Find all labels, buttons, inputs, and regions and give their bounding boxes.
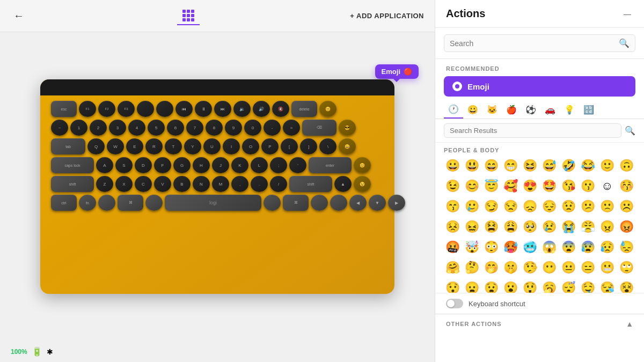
emoji-cell[interactable]: 😟 — [559, 198, 577, 215]
emoji-cell[interactable]: 🥰 — [502, 178, 520, 194]
emoji-cell[interactable]: 😞 — [521, 198, 539, 215]
key-up[interactable]: ▲ — [334, 176, 352, 192]
key-period[interactable]: . — [251, 176, 268, 192]
emoji-cell[interactable]: 🥵 — [502, 239, 520, 255]
emoji-cell[interactable]: 😵 — [617, 280, 635, 293]
key-9[interactable]: 9 — [225, 120, 242, 136]
key-f9[interactable]: 🔉 — [233, 101, 251, 117]
key-f7[interactable]: ⏸ — [195, 101, 212, 117]
emoji-tab-sports[interactable]: ⚽ — [521, 101, 540, 119]
key-f1[interactable]: F1 — [79, 101, 96, 117]
key-j[interactable]: J — [212, 157, 229, 173]
key-extra2[interactable]: 😎 — [339, 120, 356, 136]
key-backslash[interactable]: \ — [319, 138, 336, 154]
emoji-cell[interactable]: 🤩 — [540, 178, 559, 194]
key-cmd-r[interactable]: ⌘ — [283, 195, 309, 211]
key-t[interactable]: T — [165, 138, 182, 154]
emoji-cell[interactable]: 😩 — [502, 219, 520, 235]
emoji-search-input[interactable] — [444, 123, 621, 138]
emoji-cell[interactable]: 🥺 — [521, 219, 539, 235]
emoji-cell[interactable]: 😊 — [463, 178, 481, 194]
emoji-cell[interactable]: 🙃 — [617, 158, 635, 174]
emoji-cell[interactable]: 😮 — [502, 280, 520, 293]
emoji-cell[interactable]: 😗 — [579, 178, 597, 194]
emoji-cell[interactable]: 😶 — [540, 260, 559, 276]
emoji-cell[interactable]: 😕 — [579, 198, 597, 215]
key-esc[interactable]: esc — [51, 101, 77, 117]
emoji-cell[interactable]: 😂 — [579, 158, 597, 174]
key-f6[interactable]: ⏮ — [175, 101, 193, 117]
emoji-cell[interactable]: 🤔 — [463, 260, 481, 276]
emoji-cell[interactable]: 😀 — [444, 158, 462, 174]
emoji-cell[interactable]: 😄 — [482, 158, 501, 174]
key-right[interactable]: ▶ — [388, 195, 405, 211]
key-cmd-l[interactable]: ⌘ — [118, 195, 143, 211]
emoji-cell[interactable]: 🥱 — [540, 280, 559, 293]
key-minus[interactable]: - — [264, 120, 281, 136]
emoji-cell[interactable]: 😯 — [444, 280, 462, 293]
key-n[interactable]: N — [193, 176, 210, 192]
emoji-tab-symbols[interactable]: 🔡 — [579, 101, 598, 119]
emoji-cell[interactable]: 😲 — [521, 280, 539, 293]
emoji-cell[interactable]: 😅 — [540, 158, 559, 174]
key-4[interactable]: 4 — [128, 120, 145, 136]
key-shift-r[interactable]: shift — [289, 176, 332, 192]
key-shift-l[interactable]: shift — [51, 176, 94, 192]
key-extra3[interactable]: 😄 — [339, 138, 356, 154]
key-ctrl-r[interactable] — [330, 195, 347, 211]
emoji-cell[interactable]: 🤭 — [482, 260, 501, 276]
key-rbracket[interactable]: ] — [300, 138, 317, 154]
emoji-cell[interactable]: 😱 — [540, 239, 559, 255]
key-win[interactable] — [145, 195, 163, 211]
key-q[interactable]: Q — [87, 138, 105, 154]
key-capslock[interactable]: caps lock — [51, 157, 94, 173]
emoji-cell[interactable]: 😡 — [617, 219, 635, 235]
emoji-cell[interactable]: 🤫 — [502, 260, 520, 276]
key-2[interactable]: 2 — [90, 120, 107, 136]
emoji-cell[interactable]: 😭 — [559, 219, 577, 235]
key-l[interactable]: L — [251, 157, 268, 173]
key-i[interactable]: I — [223, 138, 240, 154]
emoji-cell[interactable]: 🤬 — [444, 239, 462, 255]
key-w[interactable]: W — [107, 138, 124, 154]
key-c[interactable]: C — [135, 176, 152, 192]
key-a[interactable]: A — [96, 157, 113, 173]
key-g[interactable]: G — [173, 157, 191, 173]
emoji-cell[interactable]: 😉 — [444, 178, 462, 194]
key-u[interactable]: U — [203, 138, 221, 154]
key-down[interactable]: ▼ — [369, 195, 386, 211]
emoji-cell[interactable]: 😠 — [598, 219, 616, 235]
key-y[interactable]: Y — [184, 138, 201, 154]
emoji-action-item[interactable]: Emoji — [444, 76, 635, 97]
key-del[interactable]: delete — [291, 101, 317, 117]
emoji-cell[interactable]: 😧 — [482, 280, 501, 293]
emoji-cell[interactable]: 🤤 — [579, 280, 597, 293]
emoji-cell[interactable]: 😚 — [617, 178, 635, 194]
grid-view-tab[interactable] — [177, 7, 200, 25]
emoji-cell[interactable]: 😍 — [521, 178, 539, 194]
key-v[interactable]: V — [154, 176, 171, 192]
key-f11[interactable]: 🔇 — [272, 101, 289, 117]
emoji-cell[interactable]: 😐 — [559, 260, 577, 276]
keyboard-shortcut-toggle[interactable] — [446, 299, 463, 308]
minimize-button[interactable]: — — [621, 9, 633, 19]
key-quote[interactable]: ' — [289, 157, 306, 173]
emoji-cell[interactable]: 😆 — [521, 158, 539, 174]
key-extra1[interactable]: 😊 — [319, 101, 336, 117]
emoji-cell[interactable]: 😑 — [579, 260, 597, 276]
key-comma[interactable]: , — [231, 176, 248, 192]
key-z[interactable]: Z — [96, 176, 113, 192]
emoji-cell[interactable]: 😏 — [482, 198, 501, 215]
emoji-cell[interactable]: 🥲 — [463, 198, 481, 215]
key-e[interactable]: E — [126, 138, 143, 154]
emoji-cell[interactable]: 😢 — [540, 219, 559, 235]
key-lbracket[interactable]: [ — [281, 138, 298, 154]
emoji-cell[interactable]: 😖 — [463, 219, 481, 235]
emoji-cell[interactable]: 😳 — [482, 239, 501, 255]
emoji-cell[interactable]: 😒 — [502, 198, 520, 215]
key-b[interactable]: B — [173, 176, 191, 192]
emoji-cell[interactable]: 😇 — [482, 178, 501, 194]
key-m[interactable]: M — [212, 176, 229, 192]
key-opt-r[interactable] — [264, 195, 281, 211]
key-k[interactable]: K — [231, 157, 248, 173]
